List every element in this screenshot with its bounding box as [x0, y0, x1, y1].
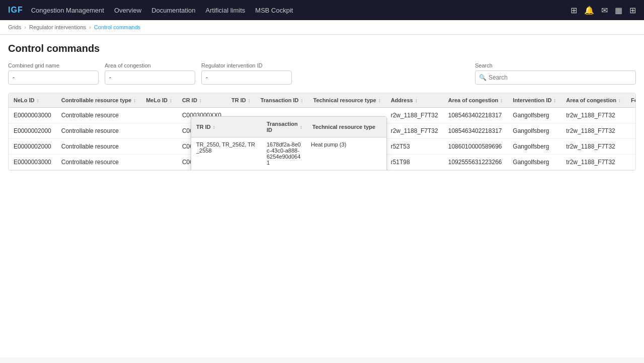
col-melo-id[interactable]: MeLo ID↕ — [141, 93, 177, 108]
col-cr-id[interactable]: CR ID↕ — [177, 93, 226, 108]
cell-melo_id — [141, 108, 177, 123]
top-navigation: IGF Congestion Management Overview Docum… — [0, 0, 644, 20]
search-group: Search 🔍 — [475, 62, 636, 85]
regulator-id-label: Regulator intervention ID — [201, 62, 292, 68]
col-feeding-transformer[interactable]: Feeding transformer↕ — [626, 93, 636, 108]
cell-controllable_resource_type: Controllable resource — [56, 123, 141, 139]
regulator-id-input[interactable] — [201, 70, 292, 85]
dropdown-cell-transaction-id: 1678df2a-8e0c-43c0-a888-6254e90d0641 — [262, 137, 306, 170]
nav-link-documentation[interactable]: Documentation — [151, 7, 195, 14]
col-transaction-id[interactable]: Transaction ID↕ — [256, 93, 308, 108]
search-icon: 🔍 — [479, 74, 487, 81]
cell-nelo_id: E0000003000 — [9, 155, 56, 170]
page-title: Control commands — [8, 43, 636, 54]
dropdown-row[interactable]: TR_2566, TR_2574, TR_2580, TR_2584fefd61… — [191, 170, 386, 171]
table-container: NeLo ID↕ Controllable resource type↕ MeL… — [8, 93, 636, 171]
area-congestion-label: Area of congestion — [105, 62, 195, 68]
cell-melo_id — [141, 155, 177, 170]
filter-area-congestion: Area of congestion — [105, 62, 195, 85]
cell-melo_id — [141, 139, 177, 155]
col-intervention-id[interactable]: Intervention ID↕ — [508, 93, 561, 108]
table-icon[interactable]: ▦ — [615, 6, 622, 15]
col-tr-id[interactable]: TR ID↕ — [226, 93, 256, 108]
cell-intervention_id: Gangolfsberg — [508, 155, 561, 170]
nav-link-msb-cockpit[interactable]: MSB Cockpit — [255, 7, 293, 14]
cell-area_of_congestion2: tr2w_1188_F7T32 — [561, 155, 626, 170]
dropdown-col-tr-id[interactable]: TR ID ↕ — [191, 117, 262, 137]
cell-melo_id — [141, 123, 177, 139]
dropdown-overlay: TR ID ↕ Transaction ID ↕ Technical resou… — [191, 116, 387, 171]
cell-area_of_congestion2: tr2w_1188_F7T32 — [561, 108, 626, 123]
breadcrumb-regulator[interactable]: Regulator interventions — [29, 24, 86, 30]
dropdown-col-technical-resource-type[interactable]: Technical resource type — [307, 117, 388, 137]
cell-area_of_congestion2: tr2w_1188_F7T32 — [561, 123, 626, 139]
combined-grid-input[interactable] — [8, 70, 99, 85]
cell-address: r2w_1188_F7T32 — [386, 108, 443, 123]
cell-area_of_congestion: 1085463402218317 — [443, 123, 508, 139]
cell-nelo_id: E0000003000 — [9, 108, 56, 123]
col-address[interactable]: Address↕ — [386, 93, 443, 108]
filter-regulator-id: Regulator intervention ID — [201, 62, 292, 85]
cell-feeding_transformer — [626, 123, 636, 139]
bell-icon[interactable]: 🔔 — [584, 6, 594, 15]
cell-address: r51T98 — [386, 155, 443, 170]
breadcrumb-grids[interactable]: Grids — [8, 24, 21, 30]
cell-controllable_resource_type: Controllable resource — [56, 139, 141, 155]
cell-intervention_id: Gangolfsberg — [508, 139, 561, 155]
col-technical-resource-type[interactable]: Technical resource type↕ — [308, 93, 386, 108]
cell-area_of_congestion: 1092555631223266 — [443, 155, 508, 170]
col-nelo-id[interactable]: NeLo ID↕ — [9, 93, 56, 108]
search-wrapper: 🔍 — [475, 70, 636, 85]
breadcrumb-control-commands: Control commands — [94, 24, 140, 30]
search-label: Search — [475, 62, 636, 68]
dropdown-cell-transaction-id: fefd61af-3699-44c5-8cac-c8e55a698b4e — [262, 170, 306, 171]
col-controllable-resource-type[interactable]: Controllable resource type↕ — [56, 93, 141, 108]
filter-combined-grid: Combined grid name — [8, 62, 99, 85]
cell-intervention_id: Gangolfsberg — [508, 123, 561, 139]
cell-address: r2w_1188_F7T32 — [386, 123, 443, 139]
breadcrumb-sep-2: › — [89, 24, 91, 30]
breadcrumb: Grids › Regulator interventions › Contro… — [0, 20, 644, 35]
cell-area_of_congestion: 1085463402218317 — [443, 108, 508, 123]
combined-grid-label: Combined grid name — [8, 62, 99, 68]
network-icon[interactable]: ⊞ — [571, 6, 577, 15]
area-congestion-input[interactable] — [105, 70, 195, 85]
cell-controllable_resource_type: Controllable resource — [56, 108, 141, 123]
cell-controllable_resource_type: Controllable resource — [56, 155, 141, 170]
nav-links: Overview Documentation Artificial limits… — [114, 7, 571, 14]
page-content: Control commands Combined grid name Area… — [0, 35, 644, 357]
col-area-congestion[interactable]: Area of congestion↕ — [443, 93, 508, 108]
nav-link-artificial-limits[interactable]: Artificial limits — [206, 7, 246, 14]
breadcrumb-sep-1: › — [24, 24, 26, 30]
filters-row: Combined grid name Area of congestion Re… — [8, 62, 636, 85]
grid-icon[interactable]: ⊞ — [629, 6, 636, 15]
dropdown-cell-technical-resource-type: Charging station (3), Heat pump — [306, 170, 386, 171]
app-title: Congestion Management — [31, 7, 104, 14]
dropdown-cell-tr-id: TR_2566, TR_2574, TR_2580, TR_2584 — [191, 170, 262, 171]
dropdown-header: TR ID ↕ Transaction ID ↕ Technical resou… — [191, 117, 386, 137]
table-header-row: NeLo ID↕ Controllable resource type↕ MeL… — [9, 93, 636, 108]
app-logo: IGF — [8, 6, 23, 15]
search-input[interactable] — [475, 70, 636, 85]
cell-nelo_id: E0000002000 — [9, 139, 56, 155]
dropdown-cell-technical-resource-type: Heat pump (3) — [306, 137, 386, 170]
dropdown-col-transaction-id[interactable]: Transaction ID ↕ — [262, 117, 307, 137]
cell-area_of_congestion2: tr2w_1188_F7T32 — [561, 139, 626, 155]
cell-intervention_id: Gangolfsberg — [508, 108, 561, 123]
nav-icon-group: ⊞ 🔔 ✉ ▦ ⊞ — [571, 6, 636, 15]
cell-area_of_congestion: 1086010000589696 — [443, 139, 508, 155]
dropdown-row[interactable]: TR_2550, TR_2562, TR_25581678df2a-8e0c-4… — [191, 137, 386, 170]
dropdown-cell-tr-id: TR_2550, TR_2562, TR_2558 — [191, 137, 262, 170]
cell-nelo_id: E0000002000 — [9, 123, 56, 139]
cell-feeding_transformer — [626, 108, 636, 123]
cell-feeding_transformer — [626, 155, 636, 170]
cell-address: r52T53 — [386, 139, 443, 155]
mail-icon[interactable]: ✉ — [601, 6, 608, 15]
cell-feeding_transformer — [626, 139, 636, 155]
col-area-congestion2[interactable]: Area of congestion↕ — [561, 93, 626, 108]
nav-link-overview[interactable]: Overview — [114, 7, 141, 14]
